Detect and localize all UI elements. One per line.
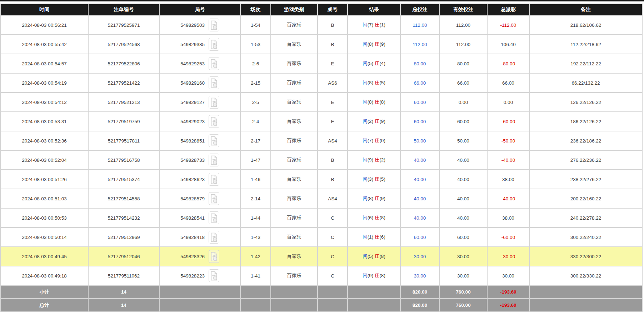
summary-game-type bbox=[271, 299, 318, 312]
cell-remark: 186.22/126.22 bbox=[529, 112, 642, 131]
cell-time: 2024-08-03 00:49:18 bbox=[0, 266, 88, 285]
cell-round-id: 549828223 bbox=[159, 266, 240, 285]
video-replay-button[interactable] bbox=[209, 154, 219, 166]
cell-remark: 240.22/278.22 bbox=[529, 208, 642, 228]
video-replay-icon bbox=[210, 59, 218, 69]
cell-total-bet: 50.00 bbox=[400, 131, 439, 150]
cell-round-id: 549829503 bbox=[159, 15, 240, 35]
summary-result bbox=[348, 285, 400, 299]
round-id-text: 549829160 bbox=[180, 80, 205, 86]
round-id-text: 549829253 bbox=[180, 61, 205, 66]
cell-valid-bet: 40.00 bbox=[439, 189, 487, 208]
table-row: 2024-08-03 00:51:26521779515374549828623… bbox=[0, 170, 642, 189]
cell-round-id: 549829385 bbox=[159, 35, 240, 54]
bet-records-section: 时间注单编号局号场次游戏类别桌号结果总投注有效投注总派彩备注 2024-08-0… bbox=[0, 4, 644, 312]
video-replay-button[interactable] bbox=[209, 96, 219, 109]
cell-round-id: 549828579 bbox=[159, 189, 240, 208]
cell-payout: 66.00 bbox=[487, 73, 529, 92]
cell-remark: 200.22/160.22 bbox=[529, 189, 642, 208]
cell-round-id: 549829023 bbox=[159, 112, 240, 131]
result-banker-label: 庄 bbox=[375, 254, 380, 259]
cell-round-id: 549828851 bbox=[159, 131, 240, 150]
cell-payout: -40.00 bbox=[487, 150, 529, 170]
video-replay-button[interactable] bbox=[209, 269, 219, 282]
cell-game-type: 百家乐 bbox=[271, 15, 318, 35]
table-row: 2024-08-03 00:53:31521779519759549829023… bbox=[0, 112, 642, 131]
table-row: 2024-08-03 00:51:03521779514558549828579… bbox=[0, 189, 642, 208]
cell-result: 闲(5) 庄(4) bbox=[348, 54, 400, 73]
summary-payout: -193.60 bbox=[487, 299, 529, 312]
result-player-score: (1) bbox=[368, 234, 375, 240]
cell-valid-bet: 40.00 bbox=[439, 208, 487, 228]
cell-session: 2-14 bbox=[240, 189, 271, 208]
summary-row-subtotal: 小计14820.00760.00-193.60 bbox=[0, 285, 642, 299]
cell-table-no: AS4 bbox=[318, 189, 348, 208]
result-banker-label: 庄 bbox=[375, 196, 380, 201]
cell-round-id: 549828326 bbox=[159, 247, 240, 266]
cell-bet-id: 521779517811 bbox=[88, 131, 159, 150]
table-row: 2024-08-03 00:50:14521779512969549828418… bbox=[0, 228, 642, 247]
cell-total-bet: 40.00 bbox=[400, 170, 439, 189]
summary-session bbox=[240, 285, 271, 299]
cell-valid-bet: 60.00 bbox=[439, 228, 487, 247]
result-player-score: (2) bbox=[368, 119, 375, 124]
video-replay-button[interactable] bbox=[209, 38, 219, 51]
cell-remark: 236.22/186.22 bbox=[529, 131, 642, 150]
cell-bet-id: 521779522806 bbox=[88, 54, 159, 73]
summary-round-id bbox=[159, 299, 240, 312]
bet-records-table: 时间注单编号局号场次游戏类别桌号结果总投注有效投注总派彩备注 2024-08-0… bbox=[0, 4, 643, 312]
cell-session: 2-6 bbox=[240, 54, 271, 73]
round-id-text: 549828733 bbox=[180, 158, 205, 163]
round-id-text: 549829503 bbox=[180, 22, 205, 28]
cell-time: 2024-08-03 00:55:42 bbox=[0, 35, 88, 54]
result-banker-score: (8) bbox=[379, 273, 385, 278]
cell-remark: 218.62/106.62 bbox=[529, 15, 642, 35]
cell-payout: -80.00 bbox=[487, 54, 529, 73]
video-replay-icon bbox=[210, 194, 218, 204]
video-replay-button[interactable] bbox=[209, 76, 219, 89]
result-player-label: 闲 bbox=[363, 22, 368, 28]
cell-total-bet: 80.00 bbox=[400, 54, 439, 73]
result-banker-label: 庄 bbox=[375, 157, 380, 162]
result-player-score: (3) bbox=[368, 176, 375, 182]
cell-table-no: E bbox=[318, 112, 348, 131]
video-replay-button[interactable] bbox=[209, 211, 219, 224]
cell-session: 1-47 bbox=[240, 150, 271, 170]
table-row: 2024-08-03 00:54:57521779522806549829253… bbox=[0, 54, 642, 73]
cell-bet-id: 521779514558 bbox=[88, 189, 159, 208]
video-replay-icon bbox=[210, 252, 218, 261]
cell-result: 闲(9) 庄(8) bbox=[348, 266, 400, 285]
cell-session: 1-54 bbox=[240, 15, 271, 35]
round-id-text: 549829385 bbox=[180, 42, 205, 47]
result-banker-score: (9) bbox=[379, 196, 385, 201]
result-player-label: 闲 bbox=[363, 176, 368, 182]
cell-time: 2024-08-03 00:53:31 bbox=[0, 112, 88, 131]
cell-time: 2024-08-03 00:52:04 bbox=[0, 150, 88, 170]
result-banker-label: 庄 bbox=[375, 176, 380, 182]
video-replay-button[interactable] bbox=[209, 134, 219, 147]
table-row: 2024-08-03 00:49:45521779512046549828326… bbox=[0, 247, 642, 266]
video-replay-button[interactable] bbox=[209, 57, 219, 70]
video-replay-button[interactable] bbox=[209, 19, 219, 31]
cell-round-id: 549828733 bbox=[159, 150, 240, 170]
cell-game-type: 百家乐 bbox=[271, 150, 318, 170]
video-replay-icon bbox=[210, 175, 218, 184]
video-replay-button[interactable] bbox=[209, 192, 219, 205]
column-header-remark: 备注 bbox=[529, 4, 642, 15]
column-header-round-id: 局号 bbox=[159, 4, 240, 15]
column-header-bet-id: 注单编号 bbox=[88, 4, 159, 15]
video-replay-button[interactable] bbox=[209, 231, 219, 244]
video-replay-button[interactable] bbox=[209, 115, 219, 128]
result-player-score: (8) bbox=[368, 196, 375, 201]
cell-total-bet: 66.00 bbox=[400, 73, 439, 92]
cell-round-id: 549829127 bbox=[159, 92, 240, 112]
cell-remark: 66.22/132.22 bbox=[529, 73, 642, 92]
result-banker-score: (8) bbox=[379, 254, 385, 259]
video-replay-button[interactable] bbox=[209, 250, 219, 263]
video-replay-button[interactable] bbox=[209, 173, 219, 186]
round-id-text: 549829023 bbox=[180, 119, 205, 124]
cell-payout: 106.40 bbox=[487, 35, 529, 54]
cell-payout: -60.00 bbox=[487, 112, 529, 131]
cell-valid-bet: 80.00 bbox=[439, 54, 487, 73]
cell-round-id: 549829160 bbox=[159, 73, 240, 92]
